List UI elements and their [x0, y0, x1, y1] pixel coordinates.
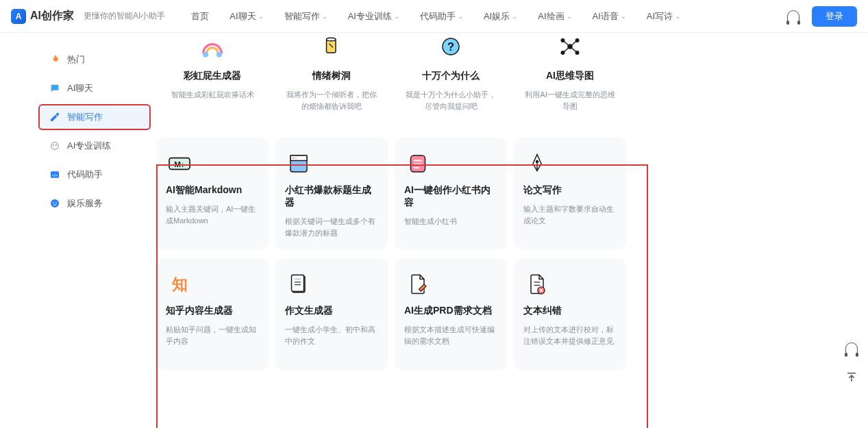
card-title: AI思维导图: [546, 70, 594, 82]
card-desc: 粘贴知乎问题，一键生成知乎内容: [166, 324, 259, 347]
logo-text: AI创作家: [30, 9, 74, 23]
chevron-down-icon: ⌄: [258, 12, 264, 20]
tool-card[interactable]: 知 知乎内容生成器 粘贴知乎问题，一键生成知乎内容: [156, 258, 269, 370]
sidebar-item-5[interactable]: 娱乐服务: [38, 190, 151, 216]
note-icon: [404, 150, 432, 177]
svg-point-2: [55, 144, 57, 146]
nav-item-0[interactable]: 首页: [191, 10, 209, 23]
svg-point-23: [293, 158, 294, 159]
card-title: AI生成PRD需求文档: [404, 305, 497, 317]
card-title: 作文生成器: [285, 305, 378, 317]
mindmap-icon: [554, 33, 586, 63]
tool-card[interactable]: ? 十万个为什么 我是十万个为什么小助手，尽管向我提问吧: [395, 33, 507, 121]
tool-card[interactable]: AI一键创作小红书内容 智能生成小红书: [395, 138, 507, 250]
svg-point-6: [53, 202, 54, 203]
essay-icon: [285, 270, 312, 298]
logo-icon: A: [11, 9, 26, 24]
card-desc: 对上传的文本进行校对，标注错误文本并提供修正意见: [523, 324, 617, 347]
chevron-down-icon: ⌄: [322, 12, 327, 20]
chevron-down-icon: ⌄: [675, 12, 680, 20]
card-desc: 根据文本描述生成可快速编辑的需求文档: [404, 324, 497, 347]
chat-icon: [49, 83, 60, 94]
svg-text:知: 知: [171, 275, 188, 293]
question-icon: ?: [434, 33, 467, 63]
card-desc: 智能生成小红书: [404, 216, 497, 227]
svg-point-5: [51, 199, 59, 207]
nav-item-8[interactable]: AI写诗⌄: [647, 10, 680, 23]
tool-card[interactable]: 彩虹屁生成器 智能生成彩虹屁吹捧话术: [156, 33, 269, 121]
nav-item-3[interactable]: AI专业训练⌄: [348, 10, 399, 23]
svg-point-24: [295, 158, 297, 159]
sidebar-item-3[interactable]: AI专业训练: [38, 133, 151, 159]
headset-icon[interactable]: [787, 10, 799, 23]
card-row-1: M↓ AI智能Markdown 输入主题关键词，AI一键生成Markdown 小…: [156, 138, 843, 250]
cup-icon: [315, 33, 348, 63]
login-button[interactable]: 登录: [812, 6, 857, 27]
pen-icon: [523, 150, 551, 177]
back-to-top-icon[interactable]: [842, 368, 861, 387]
card-title: 知乎内容生成器: [166, 305, 259, 317]
chevron-down-icon: ⌄: [394, 12, 399, 20]
nav-item-4[interactable]: 代码助手⌄: [420, 10, 463, 23]
header: A AI创作家 更懂你的智能AI小助手 首页AI聊天⌄智能写作⌄AI专业训练⌄代…: [0, 0, 868, 33]
svg-point-1: [53, 144, 54, 146]
logo[interactable]: A AI创作家: [11, 9, 74, 24]
tool-card[interactable]: AI思维导图 利用AI一键生成完整的思维导图: [514, 33, 626, 121]
card-desc: 智能生成彩虹屁吹捧话术: [171, 89, 254, 101]
card-title: AI智能Markdown: [166, 184, 259, 197]
svg-rect-33: [292, 275, 304, 292]
tool-card[interactable]: AI生成PRD需求文档 根据文本描述生成可快速编辑的需求文档: [395, 258, 507, 370]
svg-point-7: [55, 202, 57, 203]
correct-icon: [523, 270, 551, 298]
svg-text:</>: </>: [52, 173, 58, 177]
card-title: 小红书爆款标题生成器: [285, 184, 378, 209]
chevron-down-icon: ⌄: [458, 12, 463, 20]
support-icon[interactable]: [842, 339, 861, 358]
nav-item-6[interactable]: AI绘画⌄: [538, 10, 571, 23]
sidebar: 热门AI聊天智能写作AI专业训练</>代码助手娱乐服务: [33, 33, 156, 428]
code-icon: </>: [49, 169, 60, 180]
main-content: 彩虹屁生成器 智能生成彩虹屁吹捧话术 情绪树洞 我将作为一个倾听者，把你的烦恼都…: [156, 33, 868, 428]
card-title: AI一键创作小红书内容: [404, 184, 497, 209]
nav-item-2[interactable]: 智能写作⌄: [284, 10, 327, 23]
nav-item-5[interactable]: AI娱乐⌄: [484, 10, 517, 23]
prd-icon: [404, 270, 432, 298]
card-desc: 输入主题和字数要求自动生成论文: [523, 203, 617, 226]
card-desc: 根据关键词一键生成多个有爆款潜力的标题: [285, 216, 378, 238]
svg-point-0: [51, 142, 59, 150]
smile-icon: [49, 198, 60, 209]
svg-text:?: ?: [447, 40, 454, 53]
nav-item-1[interactable]: AI聊天⌄: [230, 10, 263, 23]
sidebar-item-1[interactable]: AI聊天: [38, 75, 151, 101]
card-desc: 利用AI一键生成完整的思维导图: [523, 89, 617, 112]
card-title: 十万个为什么: [422, 70, 480, 82]
chevron-down-icon: ⌄: [621, 12, 626, 20]
svg-point-9: [216, 52, 222, 58]
tool-card[interactable]: 论文写作 输入主题和字数要求自动生成论文: [514, 138, 626, 250]
sidebar-item-0[interactable]: 热门: [38, 47, 151, 73]
tool-card[interactable]: 情绪树洞 我将作为一个倾听者，把你的烦恼都告诉我吧: [275, 33, 388, 121]
sidebar-item-4[interactable]: </>代码助手: [38, 162, 151, 188]
card-desc: 输入主题关键词，AI一键生成Markdown: [166, 203, 259, 226]
svg-point-11: [327, 38, 336, 41]
svg-point-29: [536, 160, 539, 164]
fire-icon: [49, 54, 60, 65]
chevron-down-icon: ⌄: [512, 12, 517, 20]
tool-card[interactable]: 文本纠错 对上传的文本进行校对，标注错误文本并提供修正意见: [514, 258, 626, 370]
svg-text:M↓: M↓: [174, 160, 185, 168]
tool-card[interactable]: 小红书爆款标题生成器 根据关键词一键生成多个有爆款潜力的标题: [275, 138, 388, 250]
tool-card[interactable]: 作文生成器 一键生成小学生、初中和高中的作文: [275, 258, 388, 370]
chevron-down-icon: ⌄: [567, 12, 572, 20]
edit-icon: [49, 112, 60, 123]
top-nav: 首页AI聊天⌄智能写作⌄AI专业训练⌄代码助手⌄AI娱乐⌄AI绘画⌄AI语音⌄A…: [191, 10, 680, 23]
card-row-2: 知 知乎内容生成器 粘贴知乎问题，一键生成知乎内容 作文生成器 一键生成小学生、…: [156, 258, 843, 370]
tool-card[interactable]: M↓ AI智能Markdown 输入主题关键词，AI一键生成Markdown: [156, 138, 269, 250]
card-desc: 我将作为一个倾听者，把你的烦恼都告诉我吧: [285, 89, 378, 112]
window-icon: [285, 150, 312, 177]
rainbow-icon: [196, 33, 229, 63]
subtitle: 更懂你的智能AI小助手: [84, 10, 165, 22]
float-buttons: [842, 339, 861, 387]
sidebar-item-2[interactable]: 智能写作: [38, 104, 151, 130]
svg-point-8: [203, 52, 208, 58]
nav-item-7[interactable]: AI语音⌄: [593, 10, 626, 23]
